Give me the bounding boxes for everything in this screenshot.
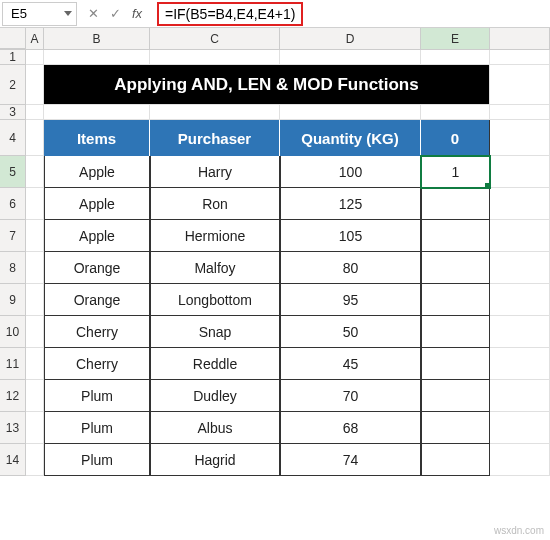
- row-header[interactable]: 12: [0, 380, 26, 412]
- th-items[interactable]: Items: [44, 120, 150, 156]
- table-row: 10 Cherry Snap 50: [0, 316, 550, 348]
- result-cell[interactable]: [421, 252, 490, 284]
- table-row: 12 Plum Dudley 70: [0, 380, 550, 412]
- row-header[interactable]: 10: [0, 316, 26, 348]
- qty-cell[interactable]: 70: [280, 380, 421, 412]
- item-cell[interactable]: Cherry: [44, 316, 150, 348]
- table-row: 13 Plum Albus 68: [0, 412, 550, 444]
- qty-cell[interactable]: 105: [280, 220, 421, 252]
- cancel-icon[interactable]: ✕: [85, 6, 101, 21]
- table-row: 11 Cherry Reddle 45: [0, 348, 550, 380]
- qty-cell[interactable]: 68: [280, 412, 421, 444]
- row-header[interactable]: 6: [0, 188, 26, 220]
- purchaser-cell[interactable]: Snap: [150, 316, 280, 348]
- purchaser-cell[interactable]: Malfoy: [150, 252, 280, 284]
- result-cell[interactable]: [421, 316, 490, 348]
- result-cell[interactable]: [421, 284, 490, 316]
- item-cell[interactable]: Cherry: [44, 348, 150, 380]
- row-header[interactable]: 7: [0, 220, 26, 252]
- result-cell[interactable]: [421, 348, 490, 380]
- item-cell[interactable]: Plum: [44, 444, 150, 476]
- result-cell[interactable]: 1: [421, 156, 490, 188]
- select-all-corner[interactable]: [0, 28, 26, 49]
- purchaser-cell[interactable]: Albus: [150, 412, 280, 444]
- col-header-a[interactable]: A: [26, 28, 44, 49]
- confirm-icon[interactable]: ✓: [107, 6, 123, 21]
- th-e[interactable]: 0: [421, 120, 490, 156]
- qty-cell[interactable]: 95: [280, 284, 421, 316]
- formula-bar: E5 ✕ ✓ fx =IF(B5=B4,E4,E4+1): [0, 0, 550, 28]
- fx-icon[interactable]: fx: [129, 6, 145, 21]
- item-cell[interactable]: Orange: [44, 284, 150, 316]
- col-header-d[interactable]: D: [280, 28, 421, 49]
- col-header-b[interactable]: B: [44, 28, 150, 49]
- row-header[interactable]: 13: [0, 412, 26, 444]
- row-header[interactable]: 1: [0, 50, 26, 65]
- item-cell[interactable]: Plum: [44, 380, 150, 412]
- qty-cell[interactable]: 100: [280, 156, 421, 188]
- qty-cell[interactable]: 125: [280, 188, 421, 220]
- row-header[interactable]: 2: [0, 65, 26, 105]
- watermark: wsxdn.com: [494, 525, 544, 536]
- name-box[interactable]: E5: [2, 2, 77, 26]
- purchaser-cell[interactable]: Dudley: [150, 380, 280, 412]
- row-header[interactable]: 3: [0, 105, 26, 120]
- row-2: 2 Applying AND, LEN & MOD Functions: [0, 65, 550, 105]
- cell-ref: E5: [11, 6, 27, 21]
- result-cell[interactable]: [421, 444, 490, 476]
- row-3: 3: [0, 105, 550, 120]
- table-row: 5 Apple Harry 100 1: [0, 156, 550, 188]
- table-row: 8 Orange Malfoy 80: [0, 252, 550, 284]
- purchaser-cell[interactable]: Ron: [150, 188, 280, 220]
- col-header-e[interactable]: E: [421, 28, 490, 49]
- purchaser-cell[interactable]: Reddle: [150, 348, 280, 380]
- result-cell[interactable]: [421, 412, 490, 444]
- th-quantity[interactable]: Quantity (KG): [280, 120, 421, 156]
- table-row: 9 Orange Longbottom 95: [0, 284, 550, 316]
- item-cell[interactable]: Apple: [44, 220, 150, 252]
- formula-input[interactable]: =IF(B5=B4,E4,E4+1): [157, 2, 303, 26]
- row-header[interactable]: 9: [0, 284, 26, 316]
- qty-cell[interactable]: 74: [280, 444, 421, 476]
- result-cell[interactable]: [421, 188, 490, 220]
- qty-cell[interactable]: 45: [280, 348, 421, 380]
- qty-cell[interactable]: 50: [280, 316, 421, 348]
- item-cell[interactable]: Apple: [44, 188, 150, 220]
- title-cell[interactable]: Applying AND, LEN & MOD Functions: [44, 65, 490, 105]
- item-cell[interactable]: Orange: [44, 252, 150, 284]
- purchaser-cell[interactable]: Hagrid: [150, 444, 280, 476]
- row-header[interactable]: 4: [0, 120, 26, 156]
- purchaser-cell[interactable]: Longbottom: [150, 284, 280, 316]
- result-cell[interactable]: [421, 220, 490, 252]
- grid: A B C D E 1 2 Applying AND, LEN & MOD Fu…: [0, 28, 550, 476]
- table-row: 6 Apple Ron 125: [0, 188, 550, 220]
- row-header[interactable]: 5: [0, 156, 26, 188]
- row-1: 1: [0, 50, 550, 65]
- row-header[interactable]: 11: [0, 348, 26, 380]
- item-cell[interactable]: Plum: [44, 412, 150, 444]
- row-4: 4 Items Purchaser Quantity (KG) 0: [0, 120, 550, 156]
- result-cell[interactable]: [421, 380, 490, 412]
- th-purchaser[interactable]: Purchaser: [150, 120, 280, 156]
- table-row: 7 Apple Hermione 105: [0, 220, 550, 252]
- purchaser-cell[interactable]: Hermione: [150, 220, 280, 252]
- col-header-c[interactable]: C: [150, 28, 280, 49]
- item-cell[interactable]: Apple: [44, 156, 150, 188]
- col-header-blank[interactable]: [490, 28, 550, 49]
- row-header[interactable]: 14: [0, 444, 26, 476]
- column-headers: A B C D E: [0, 28, 550, 50]
- chevron-down-icon[interactable]: [64, 11, 72, 16]
- table-row: 14 Plum Hagrid 74: [0, 444, 550, 476]
- qty-cell[interactable]: 80: [280, 252, 421, 284]
- purchaser-cell[interactable]: Harry: [150, 156, 280, 188]
- row-header[interactable]: 8: [0, 252, 26, 284]
